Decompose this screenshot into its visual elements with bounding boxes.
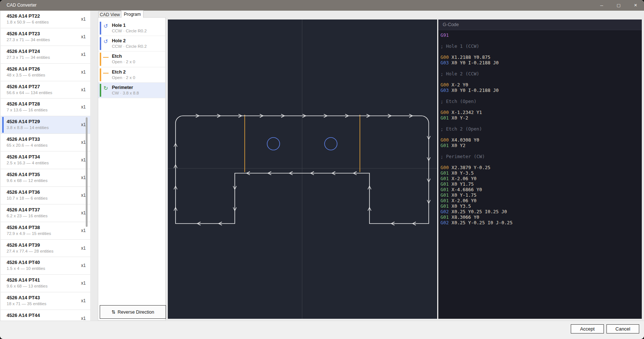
footer-bar: Accept Cancel xyxy=(0,321,644,339)
operation-row[interactable]: EtchOpen · 2 x 0 xyxy=(98,51,165,67)
cw-rotation-icon: ↻ xyxy=(103,85,108,91)
app-window: CAD Converter ─ ▢ ✕ 4526 A14 PT221.8 x 5… xyxy=(0,0,644,339)
gcode-line xyxy=(440,132,642,137)
gcode-line: ; Etch (Open) xyxy=(440,99,642,104)
tab-cad-view[interactable]: CAD View xyxy=(98,11,121,18)
part-name: 4526 A14 PT39 xyxy=(7,242,90,248)
part-row[interactable]: 4526 A14 PT2427.3 x 71 — 34 entitiesx1 xyxy=(1,46,90,64)
part-qty: x1 xyxy=(81,193,86,198)
part-row[interactable]: 4526 A14 PT3365 x 20.6 — 4 entitiesx1 xyxy=(1,134,90,151)
gcode-line: ; Perimeter (CW) xyxy=(440,154,642,159)
part-qty: x1 xyxy=(81,175,86,180)
maximize-button[interactable]: ▢ xyxy=(610,0,627,11)
part-name: 4526 A14 PT22 xyxy=(7,13,90,19)
reverse-direction-label: Reverse Direction xyxy=(118,310,154,315)
reverse-direction-button[interactable]: ⇅ Reverse Direction xyxy=(100,305,166,319)
part-qty: x1 xyxy=(81,210,86,215)
part-dims: 7 x 13.6 — 16 entities xyxy=(7,107,90,113)
operation-accent-bar xyxy=(100,22,101,35)
operation-row[interactable]: ↺Hole 1CCW · Circle R0.2 xyxy=(98,21,165,36)
part-dims: 9.6 x 68 — 13 entities xyxy=(7,283,90,289)
operation-row[interactable]: ↺Hole 2CCW · Circle R0.2 xyxy=(98,36,165,51)
part-row[interactable]: 4526 A14 PT3927.4 x 77.4 — 28 entitiesx1 xyxy=(1,240,90,257)
part-row[interactable]: 4526 A14 PT287 x 13.6 — 16 entitiesx1 xyxy=(1,99,90,116)
close-button[interactable]: ✕ xyxy=(627,0,644,11)
cancel-button[interactable]: Cancel xyxy=(606,324,639,333)
gcode-line xyxy=(440,104,642,110)
maximize-icon: ▢ xyxy=(617,3,620,8)
part-qty: x1 xyxy=(81,104,86,110)
gcode-line: G00 X4.0308 Y0 xyxy=(440,137,642,143)
gcode-line xyxy=(440,38,642,43)
part-qty: x1 xyxy=(81,34,86,39)
part-qty: x1 xyxy=(81,316,86,321)
part-dims: 56.6 x 64 — 134 entities xyxy=(7,90,90,96)
selected-part-accent xyxy=(2,117,4,133)
part-name: 4526 A14 PT24 xyxy=(7,48,90,54)
part-row[interactable]: 4526 A14 PT419.6 x 68 — 13 entitiesx1 xyxy=(1,275,90,292)
gcode-line: G01 X8.3066 Y0 xyxy=(440,214,642,220)
part-row[interactable]: 4526 A14 PT401.5 x 4 — 10 entitiesx1 xyxy=(1,257,90,275)
gcode-line: G01 X-2.06 Y0 xyxy=(440,198,642,203)
part-name: 4526 A14 PT36 xyxy=(7,189,90,195)
part-row[interactable]: 4526 A14 PT342.5 x 16.3 — 4 entitiesx1 xyxy=(1,151,90,169)
part-dims: 2.5 x 16.3 — 4 entities xyxy=(7,160,90,166)
part-qty: x1 xyxy=(81,52,86,57)
operation-name: Hole 2 xyxy=(112,38,165,44)
operation-subtitle: CCW · Circle R0.2 xyxy=(112,28,165,34)
hole-circle xyxy=(267,138,280,150)
part-row[interactable]: 4526 A14 PT3872.9 x 4.9 — 15 entitiesx1 xyxy=(1,222,90,240)
part-qty: x1 xyxy=(81,87,86,92)
gcode-line: G01 X0 Y1.75 xyxy=(440,181,642,187)
part-row[interactable]: 4526 A14 PT293.8 x 8.8 — 14 entitiesx1 xyxy=(1,116,90,134)
program-panel: ↺Hole 1CCW · Circle R0.2↺Hole 2CCW · Cir… xyxy=(98,17,166,321)
part-row[interactable]: 4526 A14 PT2327.3 x 71 — 34 entitiesx1 xyxy=(1,28,90,46)
operation-row[interactable]: ↻PerimeterCW · 3.8 x 8.8 xyxy=(98,83,165,98)
part-dims: 6.2 x 23 — 16 entities xyxy=(7,213,90,219)
operation-subtitle: CCW · Circle R0.2 xyxy=(112,44,165,49)
part-dims: 27.4 x 77.4 — 28 entities xyxy=(7,248,90,254)
part-row[interactable]: 4526 A14 PT44x1 xyxy=(1,310,90,321)
gcode-line: ; Hole 1 (CCW) xyxy=(440,43,642,49)
part-qty: x1 xyxy=(81,69,86,75)
gcode-line xyxy=(440,148,642,154)
part-row[interactable]: 4526 A14 PT2756.6 x 64 — 134 entitiesx1 xyxy=(1,81,90,99)
part-name: 4526 A14 PT26 xyxy=(7,66,90,72)
gcode-line: ; Hole 2 (CCW) xyxy=(440,71,642,76)
part-qty: x1 xyxy=(81,17,86,22)
part-qty: x1 xyxy=(81,122,86,127)
gcode-line: G03 X0 Y0 I-0.2188 J0 xyxy=(440,88,642,93)
part-row[interactable]: 4526 A14 PT4318 x 71 — 35 entitiesx1 xyxy=(1,292,90,310)
part-name: 4526 A14 PT40 xyxy=(7,259,90,265)
minimize-button[interactable]: ─ xyxy=(593,0,610,11)
part-row[interactable]: 4526 A14 PT2648 x 3.5 — 6 entitiesx1 xyxy=(1,64,90,81)
operation-row[interactable]: Etch 2Open · 2 x 0 xyxy=(98,67,165,83)
etch-line-icon xyxy=(103,57,109,58)
operation-accent-bar xyxy=(100,84,101,97)
operation-name: Hole 1 xyxy=(112,22,165,28)
part-dims: 3.8 x 8.8 — 14 entities xyxy=(7,125,90,131)
gcode-line: G00 X1.2188 Y0.875 xyxy=(440,54,642,60)
operation-name: Perimeter xyxy=(112,85,165,90)
gcode-line: G02 X0.25 Y-0.25 I0 J-0.25 xyxy=(440,220,642,225)
gcode-line: G01 X-2.06 Y0 xyxy=(440,176,642,181)
accept-button[interactable]: Accept xyxy=(571,324,604,333)
gcode-listing[interactable]: G91 ; Hole 1 (CCW) G00 X1.2188 Y0.875G03… xyxy=(438,30,642,225)
tab-program[interactable]: Program xyxy=(121,10,144,18)
part-name: 4526 A14 PT28 xyxy=(7,101,90,107)
part-name: 4526 A14 PT34 xyxy=(7,154,90,160)
part-row[interactable]: 4526 A14 PT3610.7 x 18 — 6 entitiesx1 xyxy=(1,187,90,204)
part-row[interactable]: 4526 A14 PT359.6 x 68 — 12 entitiesx1 xyxy=(1,169,90,187)
part-dims: 27.3 x 71 — 34 entities xyxy=(7,37,90,43)
gcode-line: G03 X0 Y0 I-0.2188 J0 xyxy=(440,60,642,65)
sidebar-scrollbar-thumb[interactable] xyxy=(86,117,88,227)
cad-drawing xyxy=(168,19,437,319)
tab-program-label: Program xyxy=(124,12,141,17)
cad-canvas[interactable] xyxy=(168,19,437,319)
part-row[interactable]: 4526 A14 PT376.2 x 23 — 16 entitiesx1 xyxy=(1,204,90,222)
part-qty: x1 xyxy=(81,140,86,145)
part-dims: 27.3 x 71 — 34 entities xyxy=(7,54,90,60)
part-row[interactable]: 4526 A14 PT221.8 x 50.9 — 6 entitiesx1 xyxy=(1,11,90,28)
part-dims: 1.5 x 4 — 10 entities xyxy=(7,265,90,271)
part-name: 4526 A14 PT29 xyxy=(7,118,90,125)
